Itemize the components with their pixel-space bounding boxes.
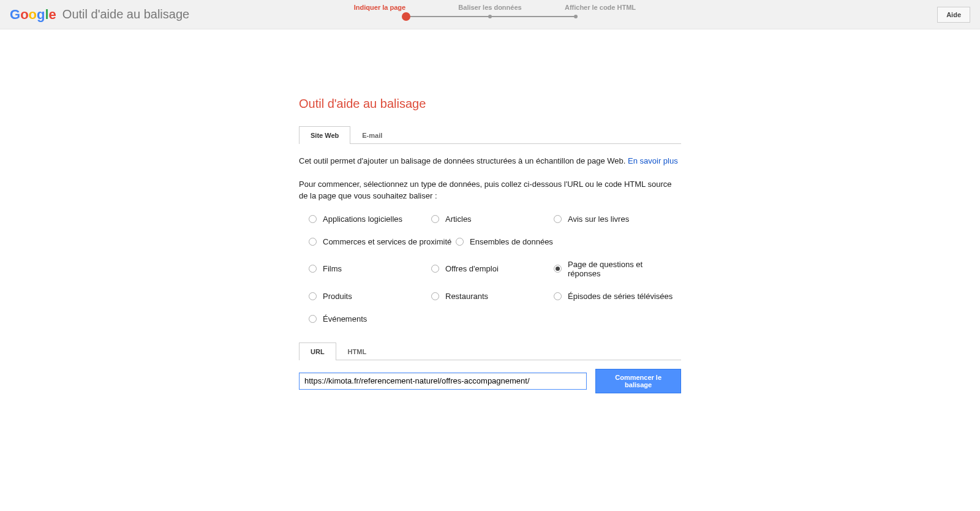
radio-circle-icon (309, 315, 317, 323)
radio-label: Produits (323, 292, 352, 301)
source-tabs: Site Web E-mail (299, 126, 681, 144)
main-content: Outil d'aide au balisage Site Web E-mail… (294, 97, 686, 393)
step-label-1: Indiquer la page (343, 4, 417, 11)
radio-label: Articles (445, 214, 472, 224)
radio-circle-icon (554, 265, 562, 273)
learn-more-link[interactable]: En savoir plus (628, 156, 678, 165)
help-button[interactable]: Aide (937, 7, 970, 23)
radio-circle-icon (554, 292, 562, 300)
radio-label: Ensembles de données (470, 237, 553, 246)
radio-circle-icon (309, 265, 317, 273)
header-bar: Google Outil d'aide au balisage Indiquer… (0, 0, 980, 29)
google-logo: Google (10, 7, 56, 23)
start-tagging-button[interactable]: Commencer le balisage (595, 369, 681, 393)
tab-email[interactable]: E-mail (350, 126, 394, 144)
app-title: Outil d'aide au balisage (62, 7, 189, 21)
radio-apps[interactable]: Applications logicielles (309, 214, 431, 224)
progress-stepper: Indiquer la page Baliser les données Aff… (343, 4, 637, 20)
data-type-radio-group: Applications logiciellesArticlesAvis sur… (309, 214, 681, 324)
radio-label: Films (323, 264, 342, 273)
radio-label: Offres d'emploi (445, 264, 499, 273)
step-dot-3 (574, 15, 578, 18)
description-2: Pour commencer, sélectionnez un type de … (299, 178, 681, 202)
step-dot-1 (402, 12, 410, 21)
radio-jobs[interactable]: Offres d'emploi (431, 260, 554, 278)
radio-restaurants[interactable]: Restaurants (431, 292, 554, 301)
tab-url[interactable]: URL (299, 343, 336, 360)
radio-label: Avis sur les livres (568, 214, 629, 224)
radio-label: Applications logicielles (323, 214, 402, 224)
radio-label: Page de questions et réponses (568, 260, 676, 278)
radio-articles[interactable]: Articles (431, 214, 554, 224)
radio-label: Commerces et services de proximité (323, 237, 451, 246)
radio-products[interactable]: Produits (309, 292, 431, 301)
radio-circle-icon (431, 215, 439, 223)
page-title: Outil d'aide au balisage (299, 97, 681, 111)
radio-book_reviews[interactable]: Avis sur les livres (554, 214, 676, 224)
radio-circle-icon (309, 238, 317, 246)
radio-tv[interactable]: Épisodes de séries télévisées (554, 292, 676, 301)
step-label-3: Afficher le code HTML (564, 4, 637, 11)
radio-local[interactable]: Commerces et services de proximité (309, 237, 456, 246)
step-label-2: Baliser les données (453, 4, 527, 11)
step-dot-2 (488, 15, 492, 18)
radio-label: Événements (323, 314, 367, 324)
radio-circle-icon (431, 292, 439, 300)
radio-datasets[interactable]: Ensembles de données (456, 237, 578, 246)
radio-circle-icon (456, 238, 464, 246)
radio-label: Restaurants (445, 292, 488, 301)
radio-films[interactable]: Films (309, 260, 431, 278)
tab-html[interactable]: HTML (336, 343, 379, 360)
radio-circle-icon (309, 292, 317, 300)
radio-circle-icon (431, 265, 439, 273)
radio-events[interactable]: Événements (309, 314, 431, 324)
radio-circle-icon (554, 215, 562, 223)
input-tabs: URL HTML (299, 342, 681, 360)
tab-site-web[interactable]: Site Web (299, 126, 350, 144)
url-input[interactable] (299, 373, 587, 390)
radio-circle-icon (309, 215, 317, 223)
radio-qa[interactable]: Page de questions et réponses (554, 260, 676, 278)
radio-label: Épisodes de séries télévisées (568, 292, 673, 301)
description-1: Cet outil permet d'ajouter un balisage d… (299, 155, 681, 167)
